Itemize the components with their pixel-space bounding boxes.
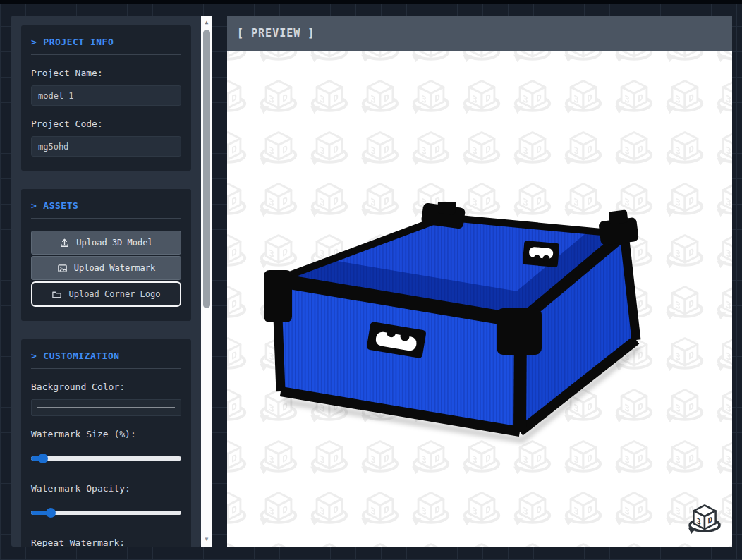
project-name-value: model 1 [38,91,74,101]
button-label: Upload Corner Logo [68,289,160,299]
project-info-header: >PROJECT INFO [31,37,181,47]
section-title: ASSETS [43,200,78,211]
watermark-opacity-label: Watermark Opacity: [31,483,181,494]
color-swatch-line [37,407,175,408]
section-title: CUSTOMIZATION [43,351,119,361]
slider-track[interactable] [31,456,181,461]
image-icon [57,263,68,274]
customization-card: >CUSTOMIZATION Background Color: Waterma… [21,339,191,547]
section-prefix: > [31,37,37,47]
app-window: >PROJECT INFO Project Name: model 1 Proj… [0,0,742,560]
sidebar-panel: >PROJECT INFO Project Name: model 1 Proj… [11,16,201,547]
top-bar [0,0,742,4]
project-code-input[interactable]: mg5ohd [31,136,181,157]
customization-header: >CUSTOMIZATION [31,351,181,361]
scroll-up-arrow[interactable]: ▲ [201,18,212,28]
button-label: Upload 3D Model [76,238,152,248]
scroll-down-arrow[interactable]: ▼ [201,535,212,544]
corner-logo [687,503,722,535]
project-code-value: mg5ohd [38,142,68,152]
section-prefix: > [31,200,37,211]
upload-icon [59,238,70,248]
divider [31,368,181,369]
folder-icon [51,289,62,300]
project-info-card: >PROJECT INFO Project Name: model 1 Proj… [21,25,191,171]
project-name-input[interactable]: model 1 [31,85,181,106]
preview-title: [ PREVIEW ] [237,27,315,39]
upload-corner-logo-button[interactable]: Upload Corner Logo [31,281,181,307]
slider-thumb[interactable] [38,454,48,463]
preview-viewport[interactable]: 3 D [227,51,732,547]
sidebar-scrollbar[interactable]: ▲ ▼ [201,16,212,547]
background-color-input[interactable] [31,399,181,416]
watermark-size-slider[interactable] [31,454,181,463]
project-code-label: Project Code: [31,118,181,129]
watermark-size-label: Watermark Size (%): [31,429,181,439]
project-name-label: Project Name: [31,68,181,78]
preview-header: [ PREVIEW ] [227,16,732,51]
divider [31,218,181,219]
scrollbar-thumb[interactable] [203,30,210,308]
crate-3d-model[interactable] [262,202,664,446]
upload-3d-model-button[interactable]: Upload 3D Model [31,231,181,255]
assets-card: >ASSETS Upload 3D Model Upload Watermark… [21,189,191,321]
button-label: Upload Watermark [74,263,156,273]
assets-header: >ASSETS [31,200,181,211]
section-title: PROJECT INFO [43,37,114,47]
repeat-watermark-label: Repeat Watermark: [31,537,181,547]
watermark-opacity-slider[interactable] [31,508,181,518]
upload-watermark-button[interactable]: Upload Watermark [31,256,181,280]
background-color-label: Background Color: [31,382,181,392]
slider-thumb[interactable] [46,508,56,518]
divider [31,54,181,55]
section-prefix: > [31,351,37,361]
